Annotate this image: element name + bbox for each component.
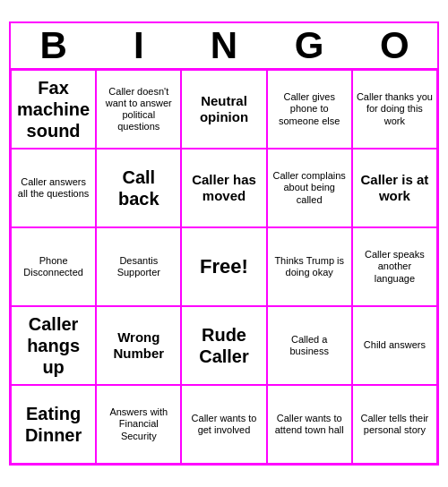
bingo-cell-8[interactable]: Caller complains about being called <box>267 149 352 227</box>
bingo-cell-9[interactable]: Caller is at work <box>352 149 437 227</box>
bingo-cell-1[interactable]: Caller doesn't want to answer political … <box>96 70 181 149</box>
bingo-cell-24[interactable]: Caller tells their personal story <box>352 385 437 464</box>
bingo-cell-22[interactable]: Caller wants to get involved <box>181 385 266 464</box>
bingo-cell-11[interactable]: Desantis Supporter <box>96 227 181 306</box>
bingo-cell-2[interactable]: Neutral opinion <box>181 70 266 149</box>
bingo-cell-3[interactable]: Caller gives phone to someone else <box>267 70 352 149</box>
bingo-cell-20[interactable]: Eating Dinner <box>11 385 96 464</box>
bingo-cell-19[interactable]: Child answers <box>352 306 437 385</box>
bingo-cell-0[interactable]: Fax machine sound <box>11 70 96 149</box>
bingo-header: B I N G O <box>11 23 437 68</box>
header-n: N <box>181 23 266 68</box>
bingo-cell-17[interactable]: Rude Caller <box>181 306 266 385</box>
bingo-cell-7[interactable]: Caller has moved <box>181 149 266 227</box>
header-o: O <box>352 23 437 68</box>
bingo-cell-16[interactable]: Wrong Number <box>96 306 181 385</box>
bingo-cell-12[interactable]: Free! <box>181 227 266 306</box>
bingo-card: B I N G O Fax machine soundCaller doesn'… <box>9 21 439 466</box>
header-i: I <box>96 23 181 68</box>
bingo-cell-6[interactable]: Call back <box>96 149 181 227</box>
bingo-cell-23[interactable]: Caller wants to attend town hall <box>267 385 352 464</box>
bingo-cell-13[interactable]: Thinks Trump is doing okay <box>267 227 352 306</box>
bingo-cell-10[interactable]: Phone Disconnected <box>11 227 96 306</box>
bingo-grid: Fax machine soundCaller doesn't want to … <box>11 68 437 464</box>
bingo-cell-4[interactable]: Caller thanks you for doing this work <box>352 70 437 149</box>
header-b: B <box>11 23 96 68</box>
bingo-cell-14[interactable]: Caller speaks another language <box>352 227 437 306</box>
bingo-cell-21[interactable]: Answers with Financial Security <box>96 385 181 464</box>
bingo-cell-5[interactable]: Caller answers all the questions <box>11 149 96 227</box>
header-g: G <box>267 23 352 68</box>
bingo-cell-18[interactable]: Called a business <box>267 306 352 385</box>
bingo-cell-15[interactable]: Caller hangs up <box>11 306 96 385</box>
